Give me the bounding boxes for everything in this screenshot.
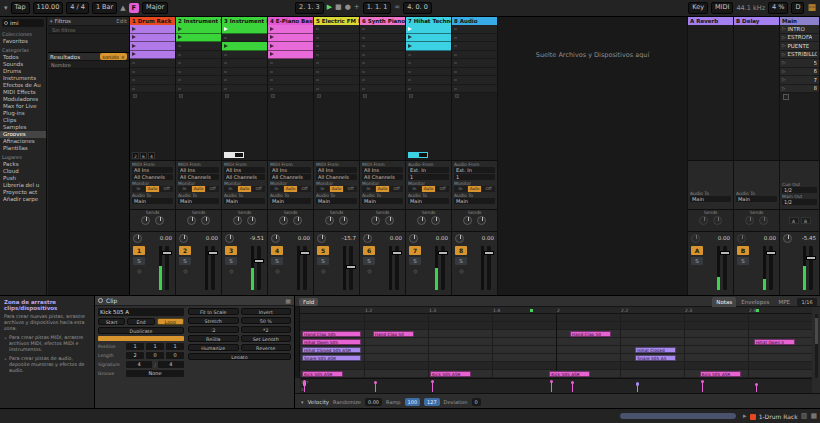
legato-button[interactable]: Legato xyxy=(188,353,291,360)
browser-place-item[interactable]: Cloud xyxy=(0,168,46,175)
midi-note[interactable]: Kick 505 ASR xyxy=(700,371,741,377)
loop-start-display[interactable]: 1. 1. 1 xyxy=(363,2,392,14)
volume-fader[interactable] xyxy=(165,246,169,290)
clip-play-icon[interactable] xyxy=(270,27,274,31)
clip-end-button[interactable]: End xyxy=(127,318,154,325)
midi-from-input[interactable]: All Ins xyxy=(132,167,173,173)
clip-slot-filled[interactable] xyxy=(268,42,313,51)
pan-knob[interactable] xyxy=(409,234,418,243)
monitor-option-auto[interactable]: Auto xyxy=(376,186,389,192)
send-knob-b[interactable] xyxy=(431,216,440,225)
clip-slot-empty[interactable] xyxy=(222,51,267,60)
horizontal-scrollbar[interactable] xyxy=(620,413,736,419)
humanize-button[interactable]: Humanize xyxy=(188,344,239,351)
midi-note[interactable]: Kick 505 ASR xyxy=(549,371,590,377)
fit-to-scale-button[interactable]: Fit to Scale xyxy=(188,308,239,315)
return-header[interactable]: B Delay xyxy=(734,17,779,25)
clip-slot-empty[interactable] xyxy=(314,85,359,94)
clip-slot-filled[interactable] xyxy=(268,25,313,34)
track-header[interactable]: 2 Instrument R xyxy=(176,17,221,25)
clip-slot-empty[interactable] xyxy=(130,68,175,77)
clip-slot-filled[interactable] xyxy=(130,34,175,43)
scene-name[interactable]: INTRO xyxy=(787,26,804,32)
volume-fader[interactable] xyxy=(487,246,491,290)
clip-slot-empty[interactable] xyxy=(406,59,451,68)
solo-button[interactable]: S xyxy=(691,257,703,265)
pan-knob[interactable] xyxy=(179,234,188,243)
key-map-button[interactable]: Key xyxy=(688,2,708,14)
scene-slot[interactable]: ▷6 xyxy=(780,68,819,77)
track-header[interactable]: 5 Electric FM Fuz xyxy=(314,17,359,25)
tab-envelopes[interactable]: Envelopes xyxy=(737,297,773,307)
cpu-meter[interactable]: 4 % xyxy=(768,2,788,14)
track-header[interactable]: 3 Instrument R xyxy=(222,17,267,25)
signature-denominator[interactable]: 4 xyxy=(158,361,184,368)
scene-play-icon[interactable]: ▷ xyxy=(782,52,785,57)
clip-slot-empty[interactable] xyxy=(452,76,497,85)
clip-slot-empty[interactable] xyxy=(360,59,405,68)
clip-slot-filled[interactable] xyxy=(130,42,175,51)
clip-play-icon[interactable] xyxy=(132,44,136,48)
scale-root-chip[interactable]: F xyxy=(129,3,139,13)
grid-button[interactable]: Rejilla xyxy=(188,335,239,342)
clip-stop-button[interactable] xyxy=(179,94,183,98)
volume-value[interactable]: 0.00 xyxy=(764,235,776,241)
send-knob-a[interactable] xyxy=(463,216,472,225)
vertical-scrollbar[interactable] xyxy=(815,314,818,378)
midi-note[interactable]: Hihat Open 5 xyxy=(754,339,795,345)
places-header[interactable]: Lugares xyxy=(0,152,46,161)
volume-value[interactable]: 0.00 xyxy=(482,235,494,241)
volume-value[interactable]: 0.00 xyxy=(718,235,730,241)
monitor-option-auto[interactable]: Auto xyxy=(284,186,297,192)
clip-slot-empty[interactable] xyxy=(406,51,451,60)
ramp-from-value[interactable]: 100 xyxy=(405,398,421,406)
browser-category-item[interactable]: Todos xyxy=(0,54,46,61)
clip-slot-empty[interactable] xyxy=(314,34,359,43)
midi-from-input[interactable]: All Ins xyxy=(270,167,311,173)
pan-knob[interactable] xyxy=(363,234,372,243)
midi-from-channel[interactable]: All Channels xyxy=(178,174,219,180)
midi-note[interactable]: Hand Clap 50 xyxy=(373,331,414,337)
locator-marker[interactable] xyxy=(530,309,533,312)
record-arm-button[interactable] xyxy=(458,268,465,275)
monitor-option-off[interactable]: Off xyxy=(482,186,495,192)
send-knob-b[interactable] xyxy=(201,216,210,225)
tab-mpe[interactable]: MPE xyxy=(774,297,794,307)
velocity-stem[interactable] xyxy=(572,382,573,392)
clip-slot-filled[interactable] xyxy=(130,51,175,60)
monitor-option-auto[interactable]: Auto xyxy=(146,186,159,192)
beat-time-ruler[interactable]: 1.21.31.422.22.32.4 xyxy=(300,307,812,314)
clip-activator-icon[interactable] xyxy=(98,298,103,303)
randomize-label[interactable]: Randomize xyxy=(333,399,361,405)
close-icon[interactable]: × xyxy=(121,54,125,60)
scene-slot[interactable]: ▷8 xyxy=(780,85,819,94)
solo-button[interactable]: S xyxy=(317,257,329,265)
clip-slot-empty[interactable] xyxy=(176,42,221,51)
clip-slot-empty[interactable] xyxy=(176,76,221,85)
track-header[interactable]: 1 Drum Rack xyxy=(130,17,175,25)
midi-note[interactable]: Hand Clap 505 xyxy=(302,331,361,337)
midi-map-button[interactable]: MIDI xyxy=(711,2,733,14)
clip-stop-button[interactable] xyxy=(133,94,137,98)
signature-numerator[interactable]: 4 xyxy=(126,361,152,368)
stretch-value[interactable]: 50 % xyxy=(241,317,292,324)
clip-slot-filled[interactable] xyxy=(176,34,221,43)
track-activator[interactable]: B xyxy=(737,246,749,255)
monitor-option-off[interactable]: Off xyxy=(298,186,311,192)
scene-name[interactable]: 6 xyxy=(814,68,818,74)
ramp-label[interactable]: Ramp xyxy=(386,399,400,405)
send-knob-b[interactable] xyxy=(385,216,394,225)
browser-category-item[interactable]: Max for Live xyxy=(0,103,46,110)
track-activator[interactable]: A xyxy=(691,246,703,255)
clip-stop-button[interactable] xyxy=(317,94,321,98)
clip-slot-empty[interactable] xyxy=(222,85,267,94)
tab-notas[interactable]: Notas xyxy=(712,297,736,307)
scene-name[interactable]: 5 xyxy=(814,60,818,66)
audio-to-output[interactable]: Main xyxy=(224,198,265,204)
clip-slot-empty[interactable] xyxy=(314,25,359,34)
record-arm-button[interactable] xyxy=(182,268,189,275)
monitor-option-off[interactable]: Off xyxy=(160,186,173,192)
fader-handle[interactable] xyxy=(766,251,776,255)
clip-slot-empty[interactable] xyxy=(406,68,451,77)
stop-button[interactable]: ■ xyxy=(335,4,342,11)
